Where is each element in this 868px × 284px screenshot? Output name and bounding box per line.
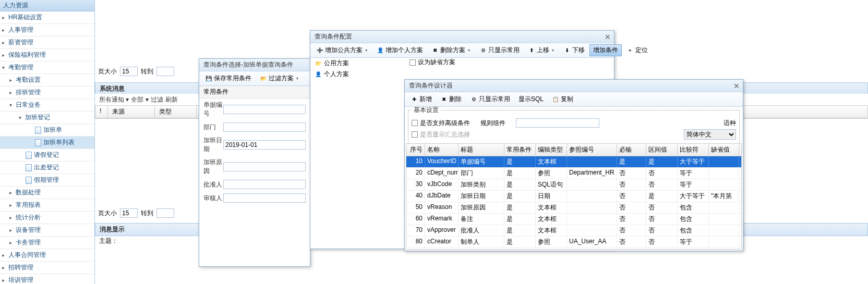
tb-filter[interactable]: 过滤 <box>151 95 163 104</box>
field-input-1[interactable] <box>223 122 306 132</box>
show-sum-checkbox: 是否显示汇总选择 <box>412 130 470 139</box>
sidebar-item-12[interactable]: 出差登记 <box>0 162 94 174</box>
tb-all[interactable]: 全部 ▾ <box>131 95 148 104</box>
grid-col-2[interactable]: 标题 <box>459 144 504 156</box>
sidebar-item-14[interactable]: ▸数据处理 <box>0 187 94 199</box>
sidebar-item-15[interactable]: ▸常用报表 <box>0 199 94 212</box>
settings-legend: 基本设置 <box>412 106 441 115</box>
tb3-btn-3[interactable]: 显示SQL <box>515 93 547 105</box>
sidebar-item-13[interactable]: 假期管理 <box>0 174 94 187</box>
table-row[interactable]: 30vJbCode加班类别是SQL语句否否等于 <box>406 179 741 191</box>
tb2-btn-4[interactable]: ⬆上移▾ <box>524 44 559 56</box>
tb3-btn-1[interactable]: ✖删除 <box>437 93 465 105</box>
col-source[interactable]: 来源 <box>108 106 155 118</box>
sidebar-item-0[interactable]: ▸HR基础设置 <box>0 11 94 24</box>
sidebar-item-11[interactable]: 请假登记 <box>0 149 94 162</box>
sidebar-item-18[interactable]: ▸卡务管理 <box>0 237 94 249</box>
goto-input[interactable] <box>156 67 174 76</box>
tb2-btn-6[interactable]: 增加条件 <box>589 44 622 56</box>
field-input-0[interactable] <box>223 105 306 114</box>
cell: 20 <box>406 168 425 179</box>
field-label-5: 审核人 <box>203 194 223 203</box>
tb-icon: 📋 <box>552 96 559 103</box>
public-plan-node[interactable]: 📁公用方案 <box>312 58 401 69</box>
tree-arrow-icon: ▾ <box>9 102 16 108</box>
table-row[interactable]: 90cAuditor审核人是参照UA_User_AA否否等于 <box>406 248 741 250</box>
sidebar-item-6[interactable]: ▸排班管理 <box>0 87 94 99</box>
table-row[interactable]: 10VoucherID单据编号是文本框是是大于等于 <box>406 156 741 168</box>
filter-plan-button[interactable]: 📂过滤方案▾ <box>256 72 303 84</box>
field-input-2[interactable] <box>223 140 306 150</box>
grid-col-8[interactable]: 比较符 <box>678 144 709 156</box>
grid-col-9[interactable]: 缺省值 <box>709 144 739 156</box>
tb3-btn-0[interactable]: ✚新增 <box>407 93 436 105</box>
tb-allnotice[interactable]: 所有通知 ▾ <box>99 95 129 104</box>
close-icon[interactable]: ✕ <box>733 82 740 90</box>
cell: 文本框 <box>536 202 567 213</box>
sidebar-item-4[interactable]: ▾考勤管理 <box>0 61 94 74</box>
pager-top: 页大小 转到 <box>98 67 174 76</box>
col-mark[interactable]: ! <box>95 106 108 118</box>
table-row[interactable]: 70vApprover批准人是文本框否否包含 <box>406 225 741 237</box>
sidebar-item-5[interactable]: ▸考勤设置 <box>0 74 94 87</box>
adv-cond-checkbox[interactable]: 是否支持高级条件 <box>412 119 470 128</box>
personal-plan-node[interactable]: 👤个人方案 <box>312 69 401 80</box>
grid-col-4[interactable]: 编辑类型 <box>536 144 567 156</box>
lang-select[interactable]: 简体中文 <box>684 129 736 140</box>
sidebar-item-1[interactable]: ▸人事管理 <box>0 24 94 36</box>
sidebar-item-16[interactable]: ▸统计分析 <box>0 212 94 224</box>
table-row[interactable]: 20cDept_num部门是参照Department_HR否否等于 <box>406 168 741 179</box>
table-row[interactable]: 80cCreator制单人是参照UA_User_AA否否等于 <box>406 237 741 248</box>
tree-label: 保险福利管理 <box>8 51 46 59</box>
table-row[interactable]: 40dJbDate加班日期是日期否是大于等于"本月第 <box>406 191 741 202</box>
sidebar-item-10[interactable]: 加班单列表 <box>0 137 94 149</box>
tb2-btn-1[interactable]: 👤增加个人方案 <box>373 44 427 56</box>
table-row[interactable]: 50vReason加班原因是文本框否否包含 <box>406 202 741 214</box>
grid-col-6[interactable]: 必输 <box>617 144 646 156</box>
pagesize-input[interactable] <box>120 67 138 76</box>
tb3-btn-4[interactable]: 📋复制 <box>548 93 577 105</box>
tree-arrow-icon: ▸ <box>2 277 8 283</box>
save-common-button[interactable]: 💾保存常用条件 <box>201 72 255 84</box>
sidebar-item-8[interactable]: ▾加班登记 <box>0 112 94 124</box>
grid-col-0[interactable]: 序号 <box>406 144 425 156</box>
close-icon[interactable]: ✕ <box>605 33 611 41</box>
table-row[interactable]: 60vRemark备注是文本框否否包含 <box>406 214 741 225</box>
tb2-btn-0[interactable]: ➕增加公共方案▾ <box>312 44 372 56</box>
cell: 是 <box>504 248 536 250</box>
sidebar-item-9[interactable]: 加班单 <box>0 124 94 137</box>
goto-input2[interactable] <box>156 208 174 218</box>
tb2-btn-5[interactable]: ⬇下移 <box>560 44 588 56</box>
sidebar-item-3[interactable]: ▸保险福利管理 <box>0 49 94 61</box>
tb3-btn-2[interactable]: ⚙只显示常用 <box>466 93 514 105</box>
folder-icon: 📂 <box>260 75 267 82</box>
cell: 等于 <box>678 168 709 179</box>
default-plan-checkbox[interactable]: 设为缺省方案 <box>409 58 455 67</box>
tb2-btn-3[interactable]: ⚙只显示常用 <box>476 44 523 56</box>
cell: 加班原因 <box>459 202 504 213</box>
pagesize-input2[interactable] <box>120 208 138 218</box>
field-input-3[interactable] <box>223 162 306 171</box>
sidebar-item-2[interactable]: ▸薪资管理 <box>0 36 94 49</box>
col-type[interactable]: 类型 <box>155 106 197 118</box>
dlg2-title: 查询条件配置 <box>310 31 614 43</box>
tb2-btn-7[interactable]: ⌖定位 <box>623 44 652 56</box>
grid-col-7[interactable]: 区间值 <box>646 144 678 156</box>
pager-bottom: 页大小 转到 <box>98 208 174 218</box>
grid-col-3[interactable]: 常用条件 <box>504 144 536 156</box>
sidebar-item-21[interactable]: ▸培训管理 <box>0 274 94 284</box>
grid-col-5[interactable]: 参照编号 <box>567 144 617 156</box>
tree-arrow-icon: ▸ <box>9 227 16 233</box>
sidebar-item-17[interactable]: ▸设备管理 <box>0 224 94 237</box>
rule-comp-input[interactable] <box>516 118 599 128</box>
tree-label: 假期管理 <box>34 176 59 184</box>
sidebar-item-19[interactable]: ▸人事合同管理 <box>0 249 94 262</box>
tb-refresh[interactable]: 刷新 <box>165 95 178 104</box>
field-input-5[interactable] <box>223 193 306 203</box>
tb2-btn-2[interactable]: ✖删除方案▾ <box>428 44 475 56</box>
field-input-4[interactable] <box>223 180 306 189</box>
sidebar-item-20[interactable]: ▸招聘管理 <box>0 262 94 274</box>
cell: 60 <box>406 214 425 225</box>
sidebar-item-7[interactable]: ▾日常业务 <box>0 99 94 112</box>
grid-col-1[interactable]: 名称 <box>425 144 459 156</box>
